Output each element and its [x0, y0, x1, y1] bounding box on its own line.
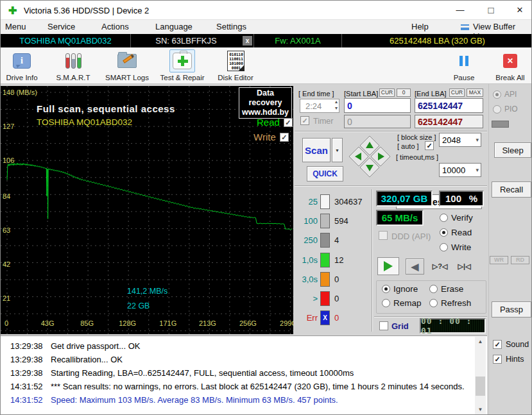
maximize-button[interactable]: □ — [480, 3, 502, 17]
scroll-down-icon[interactable]: ▼ — [475, 405, 486, 415]
log-time: 14:31:52 — [10, 395, 43, 405]
start-lba-input[interactable]: 0 — [344, 98, 411, 113]
verify-radio[interactable]: Verify — [440, 213, 473, 223]
counter-block — [320, 291, 330, 306]
svg-text:0: 0 — [4, 319, 8, 327]
scan-button[interactable]: Scan — [302, 138, 330, 162]
menu-actions[interactable]: Actions — [101, 22, 129, 31]
divider — [372, 189, 373, 332]
sleep-button[interactable]: Sleep — [494, 142, 531, 158]
drive-capacity: 625142448 LBA (320 GB) — [342, 34, 532, 47]
svg-text:256G: 256G — [239, 319, 257, 327]
counter-block — [320, 194, 330, 209]
log-scrollbar[interactable]: ▲ ▼ — [475, 337, 486, 415]
toolbar-label: Disk Editor — [215, 74, 256, 81]
elapsed-time-led: 00 : 00 : 01 — [420, 318, 486, 334]
scan-dropdown-button[interactable]: ▼ — [332, 138, 343, 162]
ignore-radio[interactable]: Ignore — [382, 284, 418, 294]
toolbar-drive-info[interactable]: i Drive Info — [2, 49, 42, 81]
disk-editor-icon: 010110 110011 101000 0001 — [227, 51, 245, 71]
menu-settings[interactable]: Settings — [216, 22, 246, 31]
counter-row-1,0s: 1,0s12 — [293, 253, 370, 268]
watermark: Data recovery www.hdd.by — [239, 87, 292, 119]
log-text: Speed: Maximum 103 MB/s. Average 83 MB/s… — [51, 395, 338, 405]
toolbar-smart[interactable]: S.M.A.R.T — [52, 49, 94, 81]
grid-label: Grid — [391, 321, 409, 331]
chevron-down-icon: ▾ — [476, 137, 479, 143]
counter-block — [320, 233, 330, 248]
toolbar-smart-logs[interactable]: SMART Logs — [103, 49, 151, 81]
end-lba-input[interactable]: 625142447 — [415, 98, 483, 113]
smart-logs-icon — [117, 54, 137, 68]
pause-icon — [459, 56, 468, 66]
block-size-select[interactable]: 2048▾ — [439, 133, 481, 147]
end-time-label: [ End time ] — [298, 90, 334, 97]
log-text: *** Scan results: no warnings, no errors… — [51, 382, 465, 391]
legend-read: Read ✓ — [257, 117, 293, 128]
sound-toggle[interactable]: ✓Sound — [493, 340, 529, 349]
svg-text:21: 21 — [3, 294, 10, 302]
refresh-radio[interactable]: Refresh — [429, 298, 471, 308]
read-radio[interactable]: Read — [440, 228, 472, 237]
start-lba-readout: 0 — [344, 115, 411, 128]
api-radio[interactable]: API — [493, 90, 517, 99]
play-icon — [384, 261, 393, 271]
activity-indicator — [492, 121, 509, 128]
end-lba-cur-button[interactable]: CUR — [449, 89, 465, 97]
timeout-label: [ timeout,ms ] — [396, 153, 438, 161]
hints-toggle[interactable]: ✓Hints — [493, 355, 524, 364]
write-radio[interactable]: Write — [440, 242, 471, 252]
remap-radio[interactable]: Remap — [382, 298, 422, 308]
menu-menu[interactable]: Menu — [5, 22, 26, 31]
erase-radio[interactable]: Erase — [429, 284, 463, 294]
toolbar-pause[interactable]: Pause — [445, 49, 483, 81]
svg-text:213G: 213G — [199, 319, 216, 327]
auto-checkbox[interactable]: ✓ — [425, 141, 434, 150]
minimize-button[interactable]: — — [449, 3, 471, 17]
log-text: Recallibration... OK — [51, 355, 123, 364]
drive-info-icon: i — [13, 53, 31, 69]
seek-diamond-control[interactable] — [347, 134, 392, 179]
test-repair-icon — [173, 53, 192, 69]
counter-row-25: 25304637 — [293, 194, 370, 210]
close-button[interactable]: ✕ — [509, 3, 531, 17]
quick-button[interactable]: QUICK — [307, 166, 343, 182]
scroll-up-icon[interactable]: ▲ — [475, 337, 486, 347]
pio-radio[interactable]: PIO — [493, 105, 518, 114]
read-checkbox[interactable]: ✓ — [284, 118, 293, 127]
toolbar-break-all[interactable]: ✕ Break All — [490, 49, 531, 81]
svg-text:127: 127 — [3, 123, 14, 130]
divider — [295, 185, 487, 187]
end-lba-max-button[interactable]: MAX — [467, 89, 483, 97]
toolbar-test-repair[interactable]: Test & Repair — [156, 49, 209, 81]
progress-led: 100% — [439, 191, 484, 207]
passport-button[interactable]: Passp — [492, 301, 531, 318]
drive-close-button[interactable]: x — [243, 36, 252, 46]
ddd-api-checkbox[interactable] — [379, 231, 388, 240]
auto-label: [ auto ] — [397, 142, 419, 150]
chart-title: Full scan, sequential access — [37, 103, 175, 114]
timer-checkbox[interactable]: ✓ — [300, 116, 309, 125]
rd-button[interactable]: RD — [511, 256, 529, 264]
seek-question-button[interactable]: ▷?◁ — [429, 258, 450, 275]
start-lba-zero-button[interactable]: 0 — [397, 89, 411, 97]
start-lba-cur-button[interactable]: CUR — [379, 89, 395, 97]
timeout-select[interactable]: 10000▾ — [439, 163, 481, 177]
wr-button[interactable]: WR — [490, 256, 508, 264]
seek-end-button[interactable]: ▷|◁ — [454, 258, 475, 275]
end-time-spinner[interactable]: 2:24 ▴ ▾ — [300, 99, 339, 113]
start-button[interactable] — [377, 257, 399, 275]
recall-button[interactable]: Recall — [492, 182, 531, 198]
menu-service[interactable]: Service — [47, 22, 75, 31]
spin-down-icon[interactable]: ▾ — [335, 105, 338, 111]
menu-language[interactable]: Language — [155, 22, 193, 31]
write-checkbox[interactable]: ✓ — [280, 133, 289, 142]
scroll-thumb[interactable] — [476, 377, 485, 396]
toolbar-disk-editor[interactable]: 010110 110011 101000 0001 Disk Editor — [215, 49, 256, 81]
back-button[interactable]: ◀ — [406, 258, 424, 275]
grid-checkbox[interactable] — [379, 321, 388, 330]
spin-up-icon[interactable]: ▴ — [335, 99, 338, 105]
divider — [295, 131, 487, 132]
menu-help[interactable]: Help — [411, 22, 429, 31]
counter-row->: >0 — [293, 291, 370, 307]
